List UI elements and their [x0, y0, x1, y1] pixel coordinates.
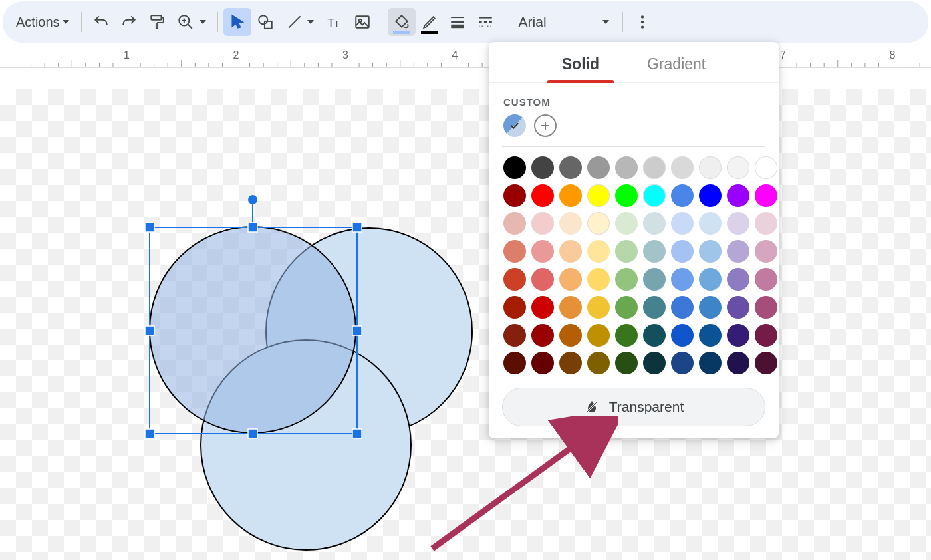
color-swatch[interactable]: [755, 212, 777, 235]
color-swatch[interactable]: [587, 324, 610, 347]
resize-handle[interactable]: [145, 223, 154, 232]
color-swatch[interactable]: [755, 268, 777, 291]
color-swatch[interactable]: [615, 352, 638, 374]
image-tool-button[interactable]: [348, 8, 376, 36]
color-swatch[interactable]: [503, 296, 526, 319]
color-swatch[interactable]: [755, 324, 777, 347]
color-swatch[interactable]: [559, 212, 582, 235]
font-select[interactable]: Arial: [511, 8, 617, 36]
color-swatch[interactable]: [755, 156, 777, 179]
rotation-handle[interactable]: [248, 195, 257, 204]
color-swatch[interactable]: [503, 268, 526, 291]
color-swatch[interactable]: [531, 240, 554, 263]
undo-button[interactable]: [87, 8, 115, 36]
color-swatch[interactable]: [531, 324, 554, 347]
color-swatch[interactable]: [615, 156, 638, 179]
color-swatch[interactable]: [643, 268, 666, 291]
color-swatch[interactable]: [755, 352, 777, 374]
shape-tool-button[interactable]: [251, 8, 279, 36]
color-swatch[interactable]: [559, 268, 582, 291]
color-swatch[interactable]: [615, 296, 638, 319]
tab-solid[interactable]: Solid: [558, 47, 603, 82]
color-swatch[interactable]: [727, 324, 749, 347]
color-swatch[interactable]: [671, 240, 694, 263]
color-swatch[interactable]: [643, 352, 666, 374]
color-swatch[interactable]: [699, 184, 722, 207]
add-custom-color-button[interactable]: [534, 114, 557, 137]
color-swatch[interactable]: [503, 156, 526, 179]
color-swatch[interactable]: [587, 240, 610, 263]
color-swatch[interactable]: [643, 212, 666, 235]
color-swatch[interactable]: [559, 156, 582, 179]
resize-handle[interactable]: [352, 429, 362, 438]
color-swatch[interactable]: [671, 352, 694, 374]
resize-handle[interactable]: [145, 429, 154, 438]
color-swatch[interactable]: [531, 352, 554, 374]
line-tool-button[interactable]: [279, 8, 321, 36]
color-swatch[interactable]: [615, 324, 638, 347]
color-swatch[interactable]: [643, 156, 666, 179]
border-weight-button[interactable]: [444, 8, 471, 36]
color-swatch[interactable]: [503, 240, 526, 263]
color-swatch[interactable]: [587, 184, 610, 207]
color-swatch[interactable]: [615, 212, 638, 235]
paint-format-button[interactable]: [143, 8, 171, 36]
color-swatch[interactable]: [503, 184, 526, 207]
color-swatch[interactable]: [503, 212, 526, 235]
fill-color-button[interactable]: [388, 8, 416, 36]
color-swatch[interactable]: [615, 240, 638, 263]
zoom-button[interactable]: [171, 8, 212, 36]
select-tool-button[interactable]: [223, 8, 251, 36]
color-swatch[interactable]: [671, 212, 694, 235]
color-swatch[interactable]: [699, 296, 722, 319]
color-swatch[interactable]: [671, 324, 694, 347]
color-swatch[interactable]: [671, 156, 694, 179]
resize-handle[interactable]: [352, 223, 362, 232]
color-swatch[interactable]: [531, 184, 554, 207]
color-swatch[interactable]: [699, 352, 722, 374]
color-swatch[interactable]: [503, 324, 526, 347]
color-swatch[interactable]: [671, 184, 694, 207]
textbox-tool-button[interactable]: TT: [321, 8, 348, 36]
color-swatch[interactable]: [755, 296, 777, 319]
color-swatch[interactable]: [755, 240, 777, 263]
color-swatch[interactable]: [699, 240, 722, 263]
custom-color-swatch[interactable]: [503, 114, 526, 137]
color-swatch[interactable]: [671, 268, 694, 291]
color-swatch[interactable]: [699, 268, 722, 291]
tab-gradient[interactable]: Gradient: [643, 47, 710, 82]
color-swatch[interactable]: [727, 352, 749, 374]
color-swatch[interactable]: [643, 184, 666, 207]
resize-handle[interactable]: [145, 326, 154, 335]
color-swatch[interactable]: [531, 296, 554, 319]
shape-circle-selected[interactable]: [150, 227, 356, 433]
color-swatch[interactable]: [671, 296, 694, 319]
color-swatch[interactable]: [699, 156, 722, 179]
color-swatch[interactable]: [699, 212, 722, 235]
color-swatch[interactable]: [699, 324, 722, 347]
color-swatch[interactable]: [615, 268, 638, 291]
resize-handle[interactable]: [248, 223, 257, 232]
color-swatch[interactable]: [587, 352, 610, 374]
color-swatch[interactable]: [559, 296, 582, 319]
border-dash-button[interactable]: [471, 8, 499, 36]
color-swatch[interactable]: [615, 184, 638, 207]
color-swatch[interactable]: [531, 212, 554, 235]
color-swatch[interactable]: [531, 268, 554, 291]
resize-handle[interactable]: [248, 429, 257, 438]
color-swatch[interactable]: [643, 296, 666, 319]
redo-button[interactable]: [115, 8, 143, 36]
color-swatch[interactable]: [727, 156, 749, 179]
color-swatch[interactable]: [559, 184, 582, 207]
resize-handle[interactable]: [352, 326, 362, 335]
color-swatch[interactable]: [755, 184, 777, 207]
color-swatch[interactable]: [643, 324, 666, 347]
color-swatch[interactable]: [587, 212, 610, 235]
color-swatch[interactable]: [559, 240, 582, 263]
color-swatch[interactable]: [727, 212, 749, 235]
color-swatch[interactable]: [587, 156, 610, 179]
border-color-button[interactable]: [416, 8, 444, 36]
color-swatch[interactable]: [643, 240, 666, 263]
color-swatch[interactable]: [727, 184, 749, 207]
actions-menu-button[interactable]: Actions: [9, 8, 76, 36]
